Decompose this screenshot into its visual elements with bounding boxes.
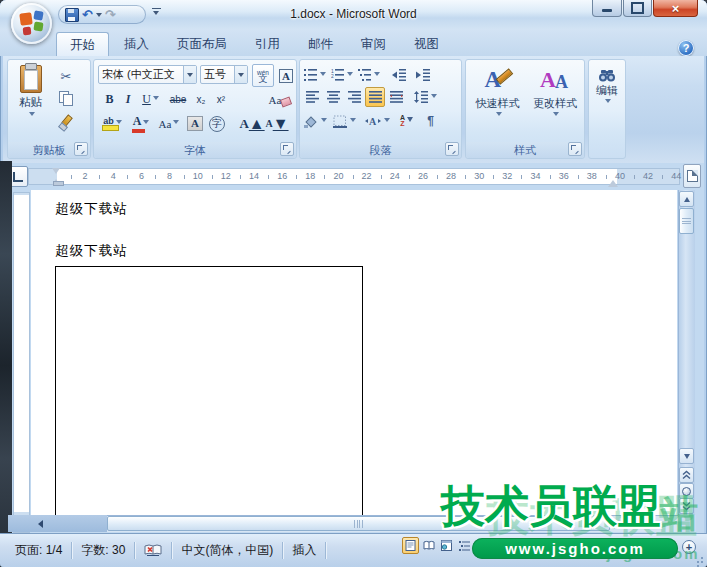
decrease-indent-button[interactable] <box>388 65 409 85</box>
restore-button[interactable] <box>623 0 652 17</box>
scroll-down-button[interactable] <box>679 448 694 464</box>
font-dialog-launcher[interactable] <box>280 142 294 156</box>
asian-layout-button[interactable]: A <box>363 111 391 131</box>
ruler-toggle-button[interactable] <box>683 164 701 188</box>
office-button[interactable] <box>11 3 52 44</box>
bullets-button[interactable] <box>302 65 327 85</box>
chevron-down-icon <box>431 94 437 101</box>
increase-indent-button[interactable] <box>412 65 433 85</box>
print-layout-view-button[interactable] <box>402 537 419 554</box>
subscript-button[interactable]: x₂ <box>191 89 211 110</box>
tab-references[interactable]: 引用 <box>242 32 293 56</box>
left-indent-marker[interactable] <box>53 181 64 186</box>
h-ruler-tick: 6 <box>139 171 144 181</box>
cut-button[interactable]: ✂ <box>54 66 78 86</box>
minimize-button[interactable] <box>592 0 622 17</box>
document-page[interactable]: 超级下载站 超级下载站 <box>31 190 677 515</box>
h-ruler-tick: 22 <box>362 171 372 181</box>
h-ruler-tick: 30 <box>474 171 484 181</box>
bold-button[interactable]: B <box>100 89 119 110</box>
font-name-combobox[interactable]: 宋体 (中文正文 <box>98 65 197 84</box>
ribbon-tab-row: 开始 插入 页面布局 引用 邮件 审阅 视图 ? <box>0 29 707 56</box>
align-center-button[interactable] <box>323 87 343 107</box>
tab-view[interactable]: 视图 <box>401 32 452 56</box>
align-right-button[interactable] <box>344 87 364 107</box>
phonetic-guide-button[interactable]: wén 文 <box>252 64 274 87</box>
sort-button[interactable]: AZ <box>396 111 417 131</box>
clipboard-dialog-launcher[interactable] <box>74 142 88 156</box>
italic-button[interactable]: I <box>119 89 137 110</box>
previous-page-button[interactable] <box>679 467 694 483</box>
svg-text:2: 2 <box>331 73 334 79</box>
tab-page-layout[interactable]: 页面布局 <box>164 32 240 56</box>
shrink-font-button[interactable]: A▼ <box>265 112 289 135</box>
styles-dialog-launcher[interactable] <box>568 142 582 156</box>
page-indicator[interactable]: 页面: 1/4 <box>6 542 71 559</box>
chevron-down-icon[interactable] <box>234 66 247 83</box>
copy-button[interactable] <box>54 88 78 108</box>
proofing-status[interactable] <box>135 543 171 557</box>
multilevel-list-button[interactable] <box>356 65 381 85</box>
help-button[interactable]: ? <box>678 40 694 56</box>
font-size-combobox[interactable]: 五号 <box>200 65 248 84</box>
text-box-outline[interactable] <box>55 266 363 515</box>
text-highlight-button[interactable]: ab <box>98 112 127 135</box>
change-case-button[interactable]: Aa <box>155 112 183 135</box>
paragraph-dialog-launcher[interactable] <box>445 142 459 156</box>
ruler-toggle-icon <box>687 170 698 182</box>
insert-mode-indicator[interactable]: 插入 <box>283 542 325 559</box>
align-left-button[interactable] <box>302 87 322 107</box>
character-border-button[interactable]: A <box>275 64 297 87</box>
tab-mailings[interactable]: 邮件 <box>295 32 346 56</box>
outline-view-button[interactable] <box>456 537 473 554</box>
show-marks-button[interactable]: ¶ <box>420 111 441 131</box>
chevron-down-icon[interactable] <box>183 66 196 83</box>
v-ruler[interactable] <box>13 192 30 533</box>
bottom-border-icon <box>333 115 347 128</box>
asian-layout-icon: A <box>365 115 381 127</box>
vertical-scrollbar[interactable] <box>678 190 695 515</box>
distributed-icon <box>390 91 403 103</box>
window-controls: × <box>591 0 698 17</box>
close-button[interactable]: × <box>653 0 698 17</box>
quick-styles-button[interactable]: A 快速样式 <box>470 63 525 141</box>
border-button[interactable] <box>331 111 358 131</box>
superscript-button[interactable]: x² <box>211 89 231 110</box>
double-chevron-up-icon <box>682 470 691 480</box>
line-spacing-button[interactable] <box>412 87 439 107</box>
numbering-button[interactable]: 12 <box>329 65 354 85</box>
distributed-button[interactable] <box>386 87 406 107</box>
tab-review[interactable]: 审阅 <box>348 32 399 56</box>
tab-insert[interactable]: 插入 <box>111 32 162 56</box>
character-shading-button[interactable]: A <box>184 112 206 135</box>
scroll-up-button[interactable] <box>679 191 694 207</box>
scroll-left-button[interactable] <box>8 515 107 532</box>
clear-formatting-button[interactable]: Aa <box>258 89 292 110</box>
justify-button[interactable] <box>365 87 385 107</box>
web-layout-view-button[interactable] <box>438 537 455 554</box>
watermark-echo-char: 站 <box>660 489 698 540</box>
paint-bucket-icon <box>304 115 318 128</box>
watermark-url-banner: www.jsgho.com <box>472 538 678 559</box>
language-indicator[interactable]: 中文(简体，中国) <box>172 542 282 559</box>
underline-button[interactable]: U <box>137 89 164 110</box>
h-ruler-tick: 24 <box>390 171 400 181</box>
change-styles-button[interactable]: AA 更改样式 <box>528 63 582 141</box>
strikethrough-button[interactable]: abe <box>165 89 191 110</box>
enclose-characters-button[interactable]: 字 <box>206 112 228 135</box>
paste-button[interactable]: 粘贴 <box>13 65 48 139</box>
right-indent-marker[interactable] <box>608 175 618 187</box>
word-count[interactable]: 字数: 30 <box>72 542 134 559</box>
h-ruler[interactable]: 2468101214161820222426283032343638404244 <box>28 168 680 185</box>
tab-home[interactable]: 开始 <box>56 32 109 56</box>
font-group: 宋体 (中文正文 五号 wén 文 A B I U abe x₂ x² Aa a… <box>93 59 297 159</box>
editing-button[interactable]: 编辑 <box>590 63 624 141</box>
vertical-scroll-thumb[interactable] <box>679 208 694 234</box>
shading-button[interactable] <box>302 111 329 131</box>
styles-group-label: 样式 <box>466 142 584 158</box>
align-left-icon <box>306 91 319 103</box>
font-color-button[interactable]: A <box>127 112 155 135</box>
format-painter-button[interactable] <box>54 112 78 132</box>
grow-font-button[interactable]: A▲ <box>240 112 264 135</box>
full-screen-reading-view-button[interactable] <box>420 537 437 554</box>
